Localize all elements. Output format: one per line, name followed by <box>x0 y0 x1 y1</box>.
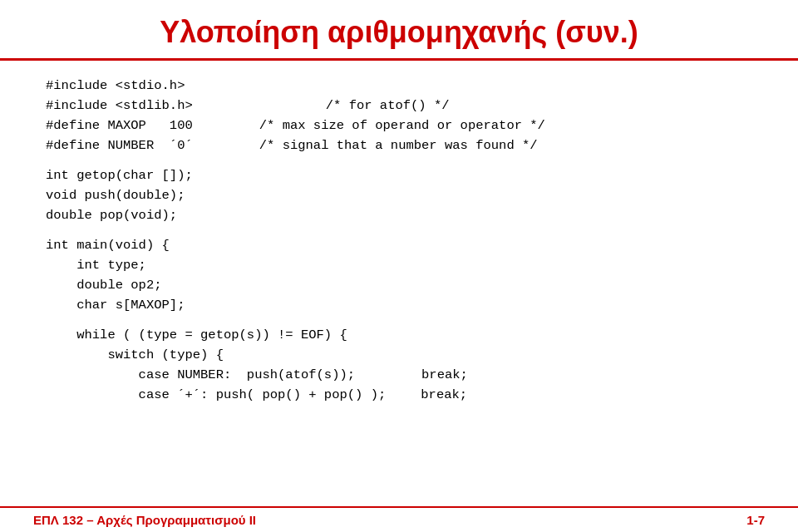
code-line-8: int main(void) { <box>46 235 752 255</box>
code-line-9: int type; <box>46 255 752 275</box>
code-text: /* for atof() */ <box>326 96 450 116</box>
code-text: break; <box>421 365 468 385</box>
code-text: /* max size of operand or operator */ <box>259 116 545 135</box>
code-line-12: while ( (type = getop(s)) != EOF) { <box>46 325 752 345</box>
code-text: double pop(void); <box>46 205 177 225</box>
spacer3 <box>46 315 752 325</box>
code-line-2: #include <stdlib.h> /* for atof() */ <box>46 96 752 116</box>
title-area: Υλοποίηση αριθμομηχανής (συν.) <box>0 0 798 61</box>
code-area: #include <stdio.h> #include <stdlib.h> /… <box>0 76 798 506</box>
code-text: case NUMBER: push(atof(s)); <box>46 365 355 385</box>
code-line-15: case ´+´: push( pop() + pop() ); break; <box>46 385 752 405</box>
code-text: void push(double); <box>46 185 185 205</box>
footer-page: 1-7 <box>746 513 765 527</box>
code-line-14: case NUMBER: push(atof(s)); break; <box>46 365 752 385</box>
code-text: #define NUMBER ´0´ <box>46 135 193 155</box>
code-line-10: double op2; <box>46 275 752 295</box>
code-line-3: #define MAXOP 100 /* max size of operand… <box>46 116 752 135</box>
code-line-4: #define NUMBER ´0´ /* signal that a numb… <box>46 135 752 155</box>
code-text: int main(void) { <box>46 235 170 255</box>
code-text: #include <stdlib.h> <box>46 96 193 116</box>
code-text: #define MAXOP 100 <box>46 116 193 135</box>
footer: ΕΠΛ 132 – Αρχές Προγραμματισμού ΙΙ 1-7 <box>0 506 798 532</box>
code-text: char s[MAXOP]; <box>46 295 185 315</box>
footer-course: ΕΠΛ 132 – Αρχές Προγραμματισμού ΙΙ <box>33 513 256 527</box>
code-text: break; <box>421 385 467 405</box>
code-text: double op2; <box>46 275 162 295</box>
spacer <box>46 155 752 165</box>
slide-container: Υλοποίηση αριθμομηχανής (συν.) #include … <box>0 0 798 532</box>
code-text: int getop(char []); <box>46 165 193 185</box>
code-text: while ( (type = getop(s)) != EOF) { <box>46 325 347 345</box>
slide-title: Υλοποίηση αριθμομηχανής (συν.) <box>33 15 765 50</box>
code-line-13: switch (type) { <box>46 345 752 365</box>
spacer2 <box>46 225 752 235</box>
code-text: int type; <box>46 255 146 275</box>
code-line-6: void push(double); <box>46 185 752 205</box>
code-text: switch (type) { <box>46 345 224 365</box>
code-line-1: #include <stdio.h> <box>46 76 752 96</box>
code-line-7: double pop(void); <box>46 205 752 225</box>
code-line-11: char s[MAXOP]; <box>46 295 752 315</box>
code-text: case ´+´: push( pop() + pop() ); <box>46 385 386 405</box>
code-line-5: int getop(char []); <box>46 165 752 185</box>
code-text: /* signal that a number was found */ <box>259 135 538 155</box>
code-text: #include <stdio.h> <box>46 76 185 96</box>
